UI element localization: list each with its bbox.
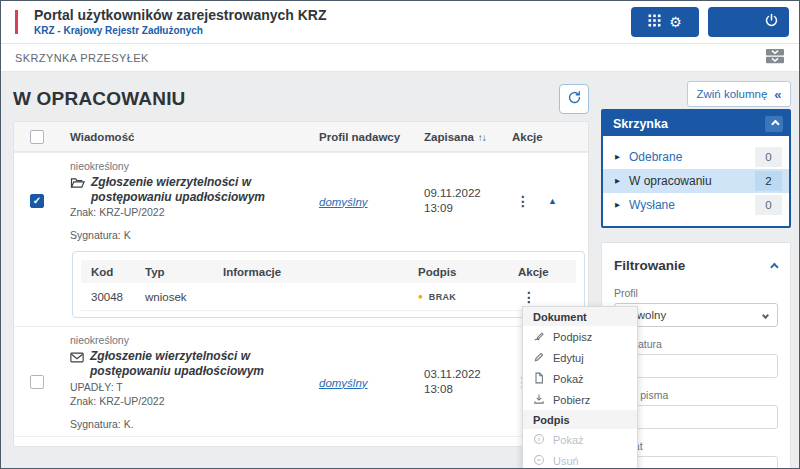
message-title[interactable]: Zgłoszenie wierzytelności w postępowaniu… [91,175,311,204]
app-subtitle: KRZ - Krajowy Rejestr Zadłużonych [34,25,327,37]
content-area: W OPRACOWANIU Wiadomość Profil nadawcy [1,72,799,468]
menu-item-pokaz[interactable]: Pokaż [523,368,637,389]
row-checkbox[interactable]: ✓ [30,194,44,208]
filter-label-temat: Temat [614,440,778,452]
column-header-actions: Akcje [512,131,588,143]
select-all-checkbox[interactable] [30,130,44,144]
app-window: Portal użytkowników zarejestrowanych KRZ… [0,0,800,469]
sidebar-item-odebrane[interactable]: ▶ Odebrane 0 [603,145,789,169]
doc-col-akcje: Akcje [518,266,576,278]
menu-item-label: Pobierz [553,394,590,406]
document-actions-kebab-icon[interactable]: ⋮ [518,287,540,307]
chevrons-left-icon: « [774,88,781,101]
refresh-button[interactable] [559,84,589,114]
column-header-saved-label: Zapisana [424,131,474,143]
menu-section-dokument: Dokument [523,307,637,326]
card-footer [14,436,588,446]
caret-right-icon: ▶ [615,153,620,161]
menu-item-label: Edytuj [553,352,584,364]
table-header-row: Wiadomość Profil nadawcy Zapisana↑↓ Akcj… [14,122,588,152]
filter-label-sygnatura: Sygnatura [614,338,778,350]
page-head: W OPRACOWANIU [13,81,589,117]
menu-item-label: Podpisz [553,331,592,343]
caret-right-icon: ▶ [615,201,620,209]
sidebar-item-label: W opracowaniu [629,174,712,188]
chevron-up-icon [771,119,779,127]
row-actions-kebab-icon[interactable]: ⋮ [512,192,534,210]
filter-label-profil: Profil [614,287,778,299]
refresh-icon [567,90,582,108]
apps-settings-button[interactable]: ⚙ [631,7,699,37]
menu-item-label: Pokaż [553,434,584,446]
app-titles: Portal użytkowników zarejestrowanych KRZ… [34,7,327,37]
file-icon [533,372,545,386]
caret-right-icon: ▶ [615,177,620,185]
menu-item-podpisz[interactable]: Podpisz [523,326,637,347]
saved-time: 13:08 [424,382,512,397]
grid-icon [648,14,661,30]
mailbox-panel-header: Skrzynka [603,111,789,136]
menu-item-usun: Usuń [523,450,637,469]
envelope-icon [70,349,84,367]
gear-icon: ⚙ [669,15,682,29]
collapse-column-label: Zwiń kolumnę [696,88,767,100]
menu-item-pobierz[interactable]: Pobierz [523,389,637,410]
collapse-column-button[interactable]: Zwiń kolumnę « [687,81,791,107]
signature-status: BRAK [429,292,456,302]
filter-collapse-button[interactable] [768,254,778,276]
signature-status-dot-icon: ● [418,293,423,301]
logout-button[interactable] [708,7,789,37]
filter-input-sygnatura[interactable] [614,354,778,378]
column-header-saved[interactable]: Zapisana↑↓ [424,131,512,143]
saved-date: 03.11.2022 [424,367,512,382]
info-circle-icon [533,433,545,447]
sidebar-item-wyslane[interactable]: ▶ Wysłane 0 [603,193,789,217]
doc-typ: wniosek [145,291,223,303]
main-column: W OPRACOWANIU Wiadomość Profil nadawcy [13,81,589,447]
mailbox-collapse-button[interactable] [765,116,783,132]
sidebar-item-w-opracowaniu[interactable]: ▶ W opracowaniu 2 [603,169,789,193]
message-znak: Znak: KRZ-UP/2022 [70,395,311,407]
sender-profile-link[interactable]: domyślny [319,377,368,389]
message-row: nieokreślony Zgłoszenie wierzytelności w… [14,327,588,435]
menu-section-podpis: Podpis [523,410,637,429]
brand-accent-bar [15,10,18,34]
documents-header-row: Kod Typ Informacje Podpis Akcje [81,260,576,283]
message-row: ✓ nieokreślony Zgłoszenie wierzytelności… [14,153,588,247]
page-title: W OPRACOWANIU [13,88,186,110]
sender-profile-link[interactable]: domyślny [319,196,368,208]
row-checkbox[interactable] [30,375,44,389]
filter-input-znak-pisma[interactable] [614,405,778,429]
minus-circle-icon [533,454,545,468]
signature-icon [533,330,545,344]
row-collapse-arrow-icon[interactable]: ▲ [548,196,557,206]
power-icon [764,13,779,31]
filter-input-temat[interactable] [614,456,778,469]
inbox-tray-icon[interactable] [765,48,785,68]
saved-date: 09.11.2022 [424,186,512,201]
filter-panel-title: Filtrowanie [614,258,685,273]
mailbox-panel: Skrzynka ▶ Odebrane 0 ▶ W opracowaniu 2 [601,109,791,228]
chevron-down-icon [762,311,769,318]
app-title: Portal użytkowników zarejestrowanych KRZ [34,7,327,23]
app-header: Portal użytkowników zarejestrowanych KRZ… [1,1,799,43]
message-kind: nieokreślony [70,160,311,172]
menu-item-edytuj[interactable]: Edytuj [523,347,637,368]
mailbox-panel-title: Skrzynka [613,117,668,131]
column-header-sender-profile[interactable]: Profil nadawcy [319,131,424,143]
message-sygnatura: Sygnatura: K [70,229,311,241]
filter-label-znak-pisma: Znak pisma [614,389,778,401]
message-znak: Znak: KRZ-UP/2022 [70,206,311,218]
message-title[interactable]: Zgłoszenie wierzytelności w postępowaniu… [90,349,311,378]
menu-item-pokaz-podpis: Pokaż [523,429,637,450]
column-header-message[interactable]: Wiadomość [58,131,319,143]
documents-panel: Kod Typ Informacje Podpis Akcje 30048 wn… [72,251,585,318]
profile-select[interactable]: dowolny [614,303,778,327]
sort-icon[interactable]: ↑↓ [478,132,486,143]
document-row: 30048 wniosek ● BRAK ⋮ [81,283,576,311]
doc-col-podpis: Podpis [418,266,518,278]
header-buttons: ⚙ [631,7,799,37]
sidebar-item-label: Wysłane [629,198,675,212]
doc-col-informacje: Informacje [223,266,418,278]
doc-kod: 30048 [81,291,145,303]
